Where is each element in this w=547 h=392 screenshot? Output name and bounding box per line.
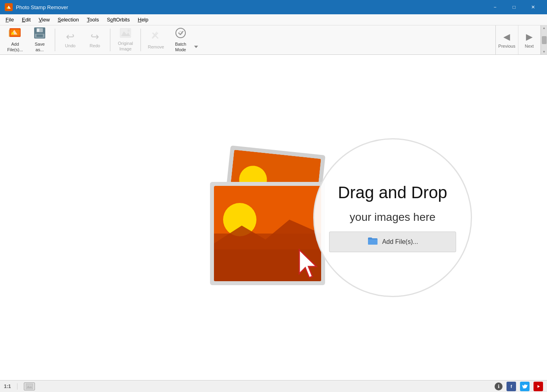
next-button[interactable]: ▶ Next — [518, 25, 541, 54]
twitter-button[interactable] — [520, 382, 530, 391]
save-as-button[interactable]: Saveas... — [28, 27, 52, 53]
toolbar-scrollbar[interactable]: ▲ ▼ — [541, 25, 547, 54]
status-right: ℹ f — [495, 382, 543, 391]
remove-icon — [150, 30, 162, 43]
original-image-label: OriginalImage — [118, 41, 133, 51]
batch-mode-label: BatchMode — [175, 42, 186, 52]
main-content: Drag and Drop your images here Add File(… — [0, 55, 547, 380]
cursor-icon — [297, 248, 321, 281]
image-size-indicator — [24, 382, 35, 390]
svg-point-2 — [7, 7, 8, 9]
toolbar-dropdown-arrow[interactable] — [193, 27, 199, 53]
svg-rect-33 — [26, 384, 33, 389]
previous-label: Previous — [498, 44, 515, 48]
menu-selection[interactable]: Selection — [54, 15, 83, 24]
toolbar: AddFile(s)... Saveas... ↩ Undo ↪ Redo — [0, 25, 547, 55]
undo-button[interactable]: ↩ Undo — [58, 27, 82, 53]
menu-edit[interactable]: Edit — [18, 15, 35, 24]
close-button[interactable]: ✕ — [524, 0, 542, 14]
previous-button[interactable]: ◀ Previous — [496, 25, 518, 54]
app-title: Photo Stamp Remover — [16, 4, 486, 10]
add-files-button[interactable]: AddFile(s)... — [3, 27, 27, 53]
nav-buttons: ◀ Previous ▶ Next ▲ ▼ — [495, 25, 547, 54]
svg-point-16 — [127, 29, 130, 32]
svg-rect-12 — [37, 35, 43, 37]
chevron-down-icon — [193, 44, 199, 50]
menu-tools[interactable]: Tools — [83, 15, 103, 24]
add-files-drop-button[interactable]: Add File(s)... — [329, 232, 456, 252]
drop-sub-text: your images here — [350, 211, 435, 224]
minimize-button[interactable]: − — [486, 0, 504, 14]
youtube-button[interactable] — [534, 382, 543, 391]
remove-button[interactable]: Remove — [144, 27, 168, 53]
batch-mode-button[interactable]: BatchMode — [169, 27, 193, 53]
svg-rect-10 — [37, 29, 39, 32]
menu-view[interactable]: View — [35, 15, 54, 24]
next-icon: ▶ — [526, 32, 533, 42]
add-files-drop-label: Add File(s)... — [382, 238, 418, 245]
facebook-button[interactable]: f — [507, 382, 516, 391]
title-bar: Photo Stamp Remover − □ ✕ — [0, 0, 547, 14]
drop-circle: Drag and Drop your images here Add File(… — [313, 138, 472, 297]
app-icon — [5, 3, 13, 11]
add-files-icon — [9, 27, 21, 40]
svg-point-19 — [176, 28, 185, 38]
folder-icon — [367, 236, 378, 248]
svg-point-7 — [12, 32, 14, 35]
maximize-button[interactable]: □ — [505, 0, 523, 14]
undo-label: Undo — [65, 43, 75, 48]
menu-bar: File Edit View Selection Tools SoftOrbit… — [0, 14, 547, 25]
drop-zone-container: Drag and Drop your images here Add File(… — [210, 150, 337, 285]
info-button[interactable]: ℹ — [495, 382, 503, 390]
redo-label: Redo — [90, 43, 100, 48]
batch-mode-icon — [175, 27, 186, 40]
add-files-label: AddFile(s)... — [7, 42, 23, 52]
original-image-button[interactable]: OriginalImage — [114, 27, 137, 53]
undo-icon: ↩ — [66, 31, 75, 42]
redo-button[interactable]: ↪ Redo — [83, 27, 107, 53]
menu-softorbits[interactable]: SoftOrbits — [103, 15, 134, 24]
menu-help[interactable]: Help — [134, 15, 152, 24]
save-as-label: Saveas... — [35, 42, 44, 52]
drop-main-text: Drag and Drop — [338, 183, 447, 203]
original-image-icon — [120, 28, 131, 39]
previous-icon: ◀ — [503, 32, 510, 42]
svg-marker-32 — [299, 250, 316, 278]
menu-file[interactable]: File — [2, 15, 18, 24]
remove-label: Remove — [148, 44, 164, 50]
redo-icon: ↪ — [91, 31, 99, 42]
next-label: Next — [525, 44, 534, 48]
svg-marker-21 — [194, 46, 198, 48]
window-controls: − □ ✕ — [486, 0, 542, 14]
zoom-level: 1:1 — [4, 384, 11, 389]
status-bar: 1:1 ℹ f — [0, 380, 547, 392]
save-icon — [34, 27, 45, 40]
